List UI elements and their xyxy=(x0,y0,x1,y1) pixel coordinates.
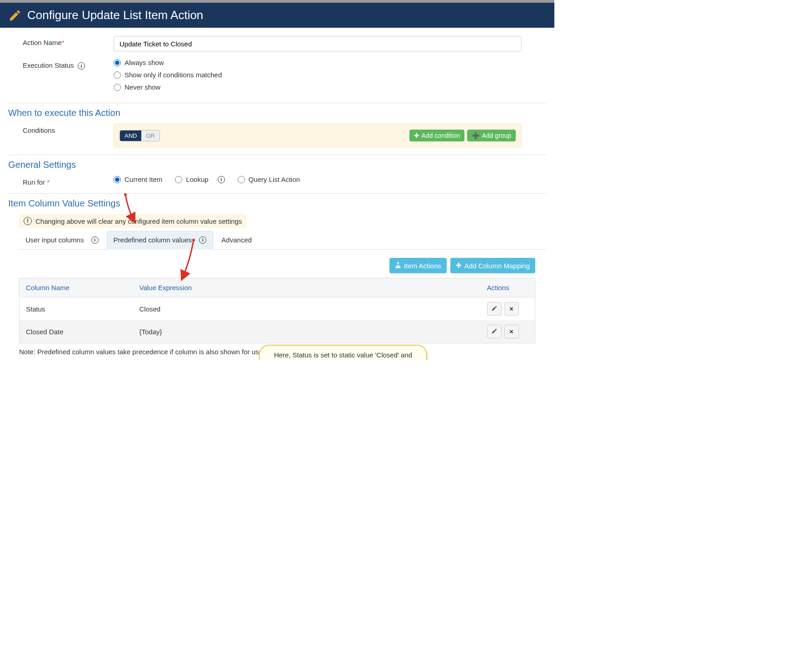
or-button[interactable]: OR xyxy=(141,131,159,141)
divider xyxy=(8,155,546,155)
delete-row-button[interactable]: ✕ xyxy=(504,325,519,338)
plus-icon: ✚ xyxy=(456,261,462,270)
th-value-expression[interactable]: Value Expression xyxy=(133,278,481,297)
tab-predefined-column-values[interactable]: Predefined column values i xyxy=(107,231,214,250)
radio-never-show[interactable]: Never show xyxy=(114,83,546,91)
tab-user-input-columns[interactable]: User input columns i xyxy=(19,231,105,250)
add-group-button[interactable]: ➕ Add group xyxy=(467,130,516,141)
column-settings-tabs: User input columns i Predefined column v… xyxy=(19,231,546,250)
table-row: Closed Date {Today} ✕ xyxy=(20,320,535,343)
plus-circle-icon: ➕ xyxy=(472,132,479,139)
pencil-icon xyxy=(8,9,22,22)
page-title: Configure Update List Item Action xyxy=(27,8,203,22)
warning-bar: ! Changing above will clear any configur… xyxy=(19,214,246,228)
th-actions: Actions xyxy=(481,278,535,297)
exclamation-icon: ! xyxy=(24,217,32,225)
divider xyxy=(8,193,546,194)
item-actions-button[interactable]: Item Actions xyxy=(389,258,447,273)
action-name-label: Action Name* xyxy=(8,36,114,46)
conditions-label: Conditions xyxy=(8,124,114,134)
page-header: Configure Update List Item Action xyxy=(0,3,554,28)
table-row: Status Closed ✕ xyxy=(20,297,535,321)
close-icon: ✕ xyxy=(509,328,514,335)
execution-status-label: Execution Status i xyxy=(8,59,114,70)
cell-value-expression: {Today} xyxy=(133,320,481,343)
cell-value-expression: Closed xyxy=(133,297,481,321)
info-icon[interactable]: i xyxy=(218,176,225,183)
radio-show-if-conditions[interactable]: Show only if conditions matched xyxy=(114,71,546,79)
annotation-callout: Here, Status is set to static value 'Clo… xyxy=(259,345,427,360)
th-column-name[interactable]: Column Name xyxy=(20,278,133,297)
divider xyxy=(8,103,546,103)
info-icon[interactable]: i xyxy=(91,236,99,244)
pencil-icon xyxy=(491,305,498,313)
section-when-to-execute: When to execute this Action xyxy=(8,108,546,118)
column-mapping-table: Column Name Value Expression Actions Sta… xyxy=(19,278,535,343)
run-for-label: Run for * xyxy=(8,176,114,186)
plus-icon: ✚ xyxy=(414,132,419,139)
add-condition-button[interactable]: ✚ Add condition xyxy=(409,130,465,141)
cell-column-name: Status xyxy=(20,297,133,321)
pencil-icon xyxy=(491,328,498,336)
radio-query-list-action[interactable]: Query List Action xyxy=(238,176,300,183)
section-item-column-settings: Item Column Value Settings xyxy=(8,198,546,209)
radio-always-show[interactable]: Always show xyxy=(114,59,546,66)
edit-row-button[interactable] xyxy=(487,325,502,338)
edit-row-button[interactable] xyxy=(487,302,502,316)
cell-column-name: Closed Date xyxy=(20,320,133,343)
radio-lookup[interactable]: Lookup i xyxy=(175,176,224,183)
svg-rect-0 xyxy=(398,262,399,263)
section-general-settings: General Settings xyxy=(8,160,546,170)
close-icon: ✕ xyxy=(509,306,514,312)
svg-rect-3 xyxy=(399,266,400,267)
sitemap-icon xyxy=(395,262,401,270)
svg-rect-2 xyxy=(398,266,399,267)
radio-current-item[interactable]: Current Item xyxy=(114,176,162,183)
action-name-input[interactable] xyxy=(114,36,522,51)
svg-rect-1 xyxy=(396,266,397,267)
delete-row-button[interactable]: ✕ xyxy=(504,302,519,316)
add-column-mapping-button[interactable]: ✚ Add Column Mapping xyxy=(450,258,535,273)
info-icon[interactable]: i xyxy=(199,236,206,244)
conditions-bar: AND OR ✚ Add condition ➕ Add group xyxy=(114,124,522,147)
and-or-toggle[interactable]: AND OR xyxy=(120,130,160,141)
and-button[interactable]: AND xyxy=(120,131,141,141)
info-icon[interactable]: i xyxy=(78,62,85,70)
tab-advanced[interactable]: Advanced xyxy=(215,231,258,250)
